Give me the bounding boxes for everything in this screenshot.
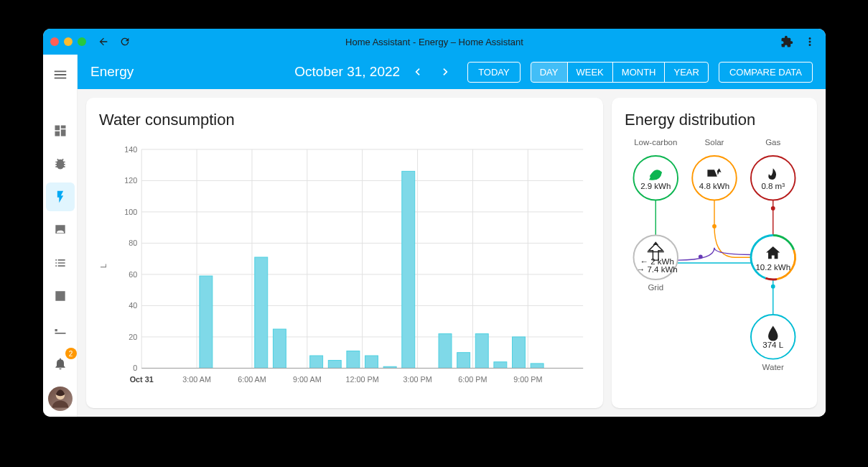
svg-text:→ 7.4 kWh: → 7.4 kWh	[637, 265, 678, 274]
sidebar-item-people[interactable]	[46, 216, 75, 244]
bell-icon	[53, 356, 67, 371]
extensions-button[interactable]	[778, 33, 795, 50]
today-button[interactable]: TODAY	[467, 62, 521, 83]
refresh-icon	[119, 36, 131, 47]
dots-vertical-icon	[803, 35, 816, 48]
list-icon	[53, 256, 67, 270]
range-week-button[interactable]: WEEK	[568, 63, 613, 82]
distribution-title: Energy distribution	[625, 111, 804, 129]
chevron-left-icon	[410, 65, 424, 79]
svg-text:4.8 kWh: 4.8 kWh	[699, 182, 729, 190]
toolbar: Energy October 31, 2022 TODAY DAY WEEK M…	[78, 55, 826, 89]
sidebar-item-energy[interactable]	[46, 182, 75, 211]
svg-text:100: 100	[124, 208, 137, 216]
svg-point-50	[712, 224, 717, 228]
sidebar-bottom: 2	[46, 349, 75, 417]
titlebar-right	[778, 33, 818, 50]
water-consumption-card: Water consumption L 020406080100120140Oc…	[86, 98, 603, 408]
bug-icon	[53, 157, 67, 171]
svg-point-56	[771, 285, 775, 289]
body: 2 Energy October 31, 2022	[43, 55, 826, 417]
content: Water consumption L 020406080100120140Oc…	[78, 89, 826, 417]
sidebar-item-debug[interactable]	[46, 149, 75, 178]
more-menu-button[interactable]	[801, 33, 818, 50]
page-title: Energy	[90, 64, 134, 80]
chart-area: L 020406080100120140Oct 313:00 AM6:00 AM…	[99, 137, 590, 395]
range-day-button[interactable]: DAY	[531, 63, 568, 82]
svg-rect-33	[402, 171, 415, 368]
water-card-title: Water consumption	[99, 111, 590, 129]
user-avatar[interactable]	[48, 387, 73, 411]
energy-distribution-card: Energy distribution Low-carbonSolarGas2.…	[612, 98, 817, 408]
titlebar: Home Assistant - Energy – Home Assistant	[43, 29, 826, 55]
range-segmented: DAY WEEK MONTH YEAR	[531, 62, 709, 83]
current-date: October 31, 2022	[294, 64, 400, 80]
notifications-button[interactable]: 2	[46, 349, 75, 378]
svg-text:3:00 PM: 3:00 PM	[403, 375, 431, 384]
range-month-button[interactable]: MONTH	[613, 63, 666, 82]
window-controls	[50, 37, 86, 46]
main: Energy October 31, 2022 TODAY DAY WEEK M…	[78, 55, 826, 417]
notification-badge: 2	[65, 348, 77, 359]
svg-text:20: 20	[129, 333, 137, 341]
svg-text:Low-carbon: Low-carbon	[634, 138, 677, 147]
svg-text:Gas: Gas	[765, 138, 780, 147]
person-card-icon	[53, 223, 67, 237]
range-year-button[interactable]: YEAR	[665, 63, 707, 82]
svg-rect-25	[200, 276, 213, 368]
sidebar: 2	[43, 55, 78, 417]
svg-text:Water: Water	[762, 363, 784, 371]
svg-text:9:00 AM: 9:00 AM	[293, 375, 322, 384]
svg-text:374 L: 374 L	[762, 341, 783, 349]
nav-arrows	[95, 33, 134, 50]
flash-icon	[53, 190, 67, 204]
sidebar-item-overview[interactable]	[46, 116, 75, 145]
svg-text:140: 140	[124, 145, 137, 154]
svg-text:6:00 AM: 6:00 AM	[238, 375, 266, 384]
svg-rect-30	[347, 351, 360, 369]
media-icon	[53, 322, 67, 336]
svg-rect-28	[310, 356, 323, 368]
dashboard-icon	[53, 124, 67, 138]
compare-data-button[interactable]: COMPARE DATA	[719, 62, 813, 83]
maximize-window-button[interactable]	[78, 37, 86, 46]
svg-text:60: 60	[129, 270, 137, 279]
hamburger-icon	[52, 67, 68, 83]
app-window: Home Assistant - Energy – Home Assistant	[43, 29, 826, 417]
close-window-button[interactable]	[50, 37, 59, 46]
svg-text:Grid: Grid	[648, 283, 663, 292]
svg-rect-36	[475, 334, 488, 369]
svg-rect-34	[439, 334, 452, 369]
avatar-icon	[50, 388, 71, 410]
svg-text:Oct 31: Oct 31	[130, 375, 154, 384]
minimize-window-button[interactable]	[64, 37, 73, 46]
svg-rect-38	[513, 337, 526, 369]
sidebar-item-media[interactable]	[46, 315, 75, 343]
back-button[interactable]	[95, 33, 112, 50]
svg-text:80: 80	[129, 239, 137, 247]
svg-rect-35	[457, 353, 470, 369]
svg-rect-31	[365, 356, 378, 368]
svg-point-53	[699, 254, 703, 259]
svg-rect-27	[273, 329, 286, 368]
svg-text:← 2 kWh: ← 2 kWh	[640, 257, 674, 266]
date-nav: October 31, 2022	[294, 60, 457, 83]
svg-text:3:00 AM: 3:00 AM	[182, 375, 211, 384]
svg-rect-29	[328, 361, 341, 369]
sidebar-item-history[interactable]	[46, 282, 75, 310]
svg-rect-37	[494, 362, 507, 369]
svg-point-62	[692, 156, 737, 200]
puzzle-icon	[780, 35, 793, 48]
refresh-button[interactable]	[116, 33, 134, 50]
water-chart: 020406080100120140Oct 313:00 AM6:00 AM9:…	[111, 137, 590, 395]
energy-distribution-diagram: Low-carbonSolarGas2.9 kWh4.8 kWh0.8 m³← …	[625, 137, 804, 371]
sidebar-item-logbook[interactable]	[46, 249, 75, 277]
svg-rect-39	[531, 364, 543, 369]
next-date-button[interactable]	[434, 60, 457, 83]
svg-text:Solar: Solar	[705, 138, 724, 147]
svg-text:6:00 PM: 6:00 PM	[458, 375, 487, 384]
svg-text:12:00 PM: 12:00 PM	[346, 375, 379, 384]
svg-text:0: 0	[133, 364, 137, 372]
menu-toggle-button[interactable]	[46, 60, 75, 89]
prev-date-button[interactable]	[406, 60, 429, 83]
